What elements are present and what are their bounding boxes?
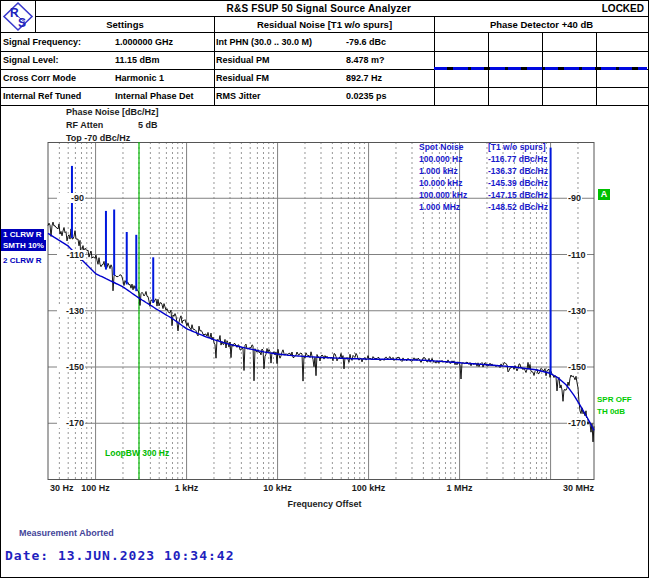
threshold-label: TH 0dB <box>597 407 625 416</box>
residual-label: Residual PM <box>214 55 346 65</box>
spot-noise-row: 1.000 kHz-136.37 dBc/Hz <box>419 165 548 177</box>
setting-signal-frequency: Signal Frequency: 1.000000 GHz <box>1 33 213 50</box>
x-axis-tick-label: 1 MHz <box>428 483 492 493</box>
spot-noise-header-value: [T1 w/o spurs] <box>488 141 546 153</box>
setting-label: Signal Frequency: <box>1 37 115 47</box>
spot-noise-header-freq: Spot Noise <box>419 141 488 153</box>
residual-int-phn: Int PHN (30.0 .. 30.0 M) -79.6 dBc <box>214 33 433 50</box>
loop-bw-label: LoopBW 300 Hz <box>105 448 169 458</box>
setting-label: Internal Ref Tuned <box>1 91 115 101</box>
spot-noise-row: 1.000 MHz-148.52 dBc/Hz <box>419 201 548 213</box>
residual-label: RMS Jitter <box>214 91 346 101</box>
residual-label: Int PHN (30.0 .. 30.0 M) <box>214 37 346 47</box>
x-axis-tick-label: 30 MHz <box>530 483 594 493</box>
date-stamp: Date: 13.JUN.2023 10:34:42 <box>5 548 235 563</box>
title-bar: R&S FSUP 50 Signal Source Analyzer LOCKE… <box>36 1 648 17</box>
spot-noise-row-freq: 1.000 MHz <box>419 201 488 213</box>
table-column-headers: Settings Residual Noise [T1 w/o spurs] P… <box>36 17 648 33</box>
spot-noise-row-value: -145.39 dBc/Hz <box>488 177 548 189</box>
x-axis-tick-label: 100 kHz <box>337 483 401 493</box>
residual-value: 8.478 m? <box>346 55 385 65</box>
y-axis-label-left: -110 <box>57 250 85 260</box>
setting-value: 11.15 dBm <box>115 55 160 65</box>
y-axis-label-left: -130 <box>57 306 85 316</box>
phase-detector-beat-trace <box>434 67 647 70</box>
svg-text:S: S <box>18 16 26 30</box>
screen-a-badge: A <box>598 189 610 200</box>
residual-value: -79.6 dBc <box>346 37 386 47</box>
setting-value: Internal Phase Det <box>115 91 194 101</box>
spot-noise-row-value: -147.15 dBc/Hz <box>488 189 548 201</box>
spot-noise-row-freq: 10.000 kHz <box>419 177 488 189</box>
measurement-status: Measurement Aborted <box>19 528 114 538</box>
app-title: R&S FSUP 50 Signal Source Analyzer <box>36 3 602 14</box>
phase-noise-plot <box>1 142 648 483</box>
spot-noise-row-freq: 100.000 Hz <box>419 153 488 165</box>
setting-value: Harmonic 1 <box>115 73 164 83</box>
x-axis-title: Frequency Offset <box>1 499 648 509</box>
fsup-screen: R S R&S FSUP 50 Signal Source Analyzer L… <box>0 0 649 578</box>
spot-noise-row: 100.000 kHz-147.15 dBc/Hz <box>419 189 548 201</box>
y-axis-label-right: -90 <box>567 193 582 203</box>
x-axis-tick-label: 100 Hz <box>64 483 128 493</box>
setting-cross-corr: Cross Corr Mode Harmonic 1 <box>1 69 213 86</box>
y-axis-label-left: -170 <box>57 418 85 428</box>
spot-noise-row-freq: 1.000 kHz <box>419 165 488 177</box>
x-axis-tick-label: 1 kHz <box>155 483 219 493</box>
y-axis-label-right: -110 <box>567 250 587 260</box>
spur-off-label: SPR OFF <box>597 395 632 404</box>
col-head-detector: Phase Detector +40 dB <box>435 17 648 32</box>
lock-status: LOCKED <box>602 3 648 14</box>
rs-logo: R S <box>1 1 36 33</box>
setting-label: Signal Level: <box>1 55 115 65</box>
spot-noise-row: 100.000 Hz-116.77 dBc/Hz <box>419 153 548 165</box>
residual-fm: Residual FM 892.7 Hz <box>214 69 433 86</box>
spot-noise-row-value: -136.37 dBc/Hz <box>488 165 548 177</box>
column-separator <box>214 33 215 105</box>
residual-value: 0.0235 ps <box>346 91 387 101</box>
y-axis-label-left: -150 <box>57 362 85 372</box>
residual-pm: Residual PM 8.478 m? <box>214 51 433 68</box>
col-head-residual: Residual Noise [T1 w/o spurs] <box>215 17 435 32</box>
setting-internal-ref: Internal Ref Tuned Internal Phase Det <box>1 87 213 104</box>
rf-atten-label: RF Atten <box>66 120 103 130</box>
spot-noise-header: Spot Noise[T1 w/o spurs] <box>419 141 548 153</box>
y-axis-label-right: -170 <box>567 418 587 428</box>
col-head-settings: Settings <box>36 17 215 32</box>
setting-signal-level: Signal Level: 11.15 dBm <box>1 51 213 68</box>
spot-noise-row-value: -148.52 dBc/Hz <box>488 201 548 213</box>
spot-noise-row: 10.000 kHz-145.39 dBc/Hz <box>419 177 548 189</box>
setting-value: 1.000000 GHz <box>115 37 173 47</box>
spot-noise-readout: Spot Noise[T1 w/o spurs]100.000 Hz-116.7… <box>419 141 548 213</box>
residual-label: Residual FM <box>214 73 346 83</box>
setting-label: Cross Corr Mode <box>1 73 115 83</box>
spot-noise-row-freq: 100.000 kHz <box>419 189 488 201</box>
spot-noise-row-value: -116.77 dBc/Hz <box>488 153 548 165</box>
y-axis-label-left: -90 <box>57 193 85 203</box>
rs-logo-icon: R S <box>1 1 35 32</box>
chart-heading: Phase Noise [dBc/Hz] <box>66 107 159 117</box>
y-axis-label-right: -130 <box>567 306 587 316</box>
residual-jitter: RMS Jitter 0.0235 ps <box>214 87 433 104</box>
residual-value: 892.7 Hz <box>346 73 382 83</box>
y-axis-label-right: -150 <box>567 362 587 372</box>
x-axis-tick-label: 10 kHz <box>246 483 310 493</box>
rf-atten-value: 5 dB <box>138 120 158 130</box>
